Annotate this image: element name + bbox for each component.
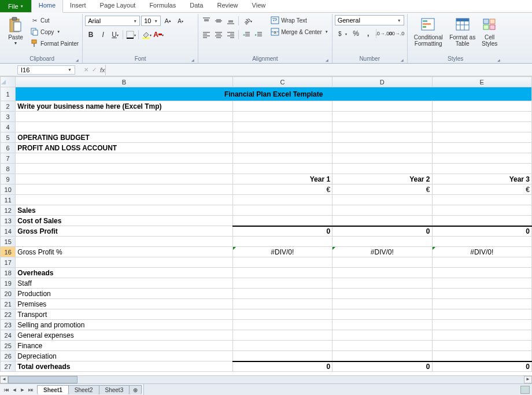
row-header-26[interactable]: 26	[1, 351, 16, 361]
cell-b6[interactable]: PROFIT AND LOSS ACCOUNT	[16, 143, 232, 153]
cell-b5[interactable]: OPERATING BUDGET	[16, 132, 232, 143]
align-center-button[interactable]	[213, 29, 224, 40]
cell-e2[interactable]	[432, 101, 531, 112]
tab-review[interactable]: Review	[210, 0, 245, 12]
new-sheet-button[interactable]: ⊕	[129, 385, 142, 394]
cell-c9[interactable]: Year 1	[232, 174, 332, 184]
file-tab[interactable]: File	[0, 0, 31, 12]
row-header-25[interactable]: 25	[1, 341, 16, 351]
cell-d2[interactable]	[332, 101, 432, 112]
cell-c17[interactable]	[232, 257, 332, 268]
cell-e24[interactable]	[432, 330, 531, 341]
fx-icon[interactable]: fx	[100, 67, 105, 73]
row-header-6[interactable]: 6	[1, 143, 16, 153]
cell-b12[interactable]: Sales	[16, 205, 232, 216]
cell-e16[interactable]: #DIV/0!	[432, 247, 531, 257]
select-all-button[interactable]	[1, 77, 16, 87]
align-left-button[interactable]	[201, 29, 212, 40]
col-header-e[interactable]: E	[432, 77, 531, 87]
cell-c2[interactable]	[232, 101, 332, 112]
cell-b22[interactable]: Transport	[16, 309, 232, 320]
row-header-2[interactable]: 2	[1, 101, 16, 112]
cell-e21[interactable]	[432, 299, 531, 309]
accounting-format-button[interactable]: $▾	[335, 28, 350, 39]
conditional-formatting-button[interactable]: Conditional Formatting	[410, 15, 447, 47]
cell-d3[interactable]	[332, 112, 432, 122]
font-size-select[interactable]: 10▼	[141, 16, 161, 26]
row-header-20[interactable]: 20	[1, 289, 16, 299]
merge-center-button[interactable]: a Merge & Center ▼	[269, 27, 330, 37]
col-header-b[interactable]: B	[16, 77, 232, 87]
col-header-d[interactable]: D	[332, 77, 432, 87]
sheet-next-button[interactable]: ►	[19, 387, 27, 393]
row-header-15[interactable]: 15	[1, 237, 16, 247]
cell-e17[interactable]	[432, 257, 531, 268]
copy-button[interactable]: Copy ▼	[29, 27, 80, 37]
row-header-8[interactable]: 8	[1, 164, 16, 174]
cell-d22[interactable]	[332, 309, 432, 320]
cell-c11[interactable]	[232, 195, 332, 205]
cell-d24[interactable]	[332, 330, 432, 341]
row-header-22[interactable]: 22	[1, 309, 16, 320]
sheet-first-button[interactable]: ⏮	[2, 387, 10, 393]
cell-d7[interactable]	[332, 153, 432, 164]
number-format-select[interactable]: General▼	[335, 15, 404, 25]
cell-c21[interactable]	[232, 299, 332, 309]
orientation-button[interactable]: ab▾	[241, 15, 256, 27]
row-header-11[interactable]: 11	[1, 195, 16, 205]
cell-c13[interactable]	[232, 216, 332, 226]
row-header-17[interactable]: 17	[1, 257, 16, 268]
cell-e8[interactable]	[432, 164, 531, 174]
enter-icon[interactable]: ✓	[92, 67, 97, 73]
cell-c14[interactable]: 0	[232, 226, 332, 237]
cell-d10[interactable]: €	[332, 184, 432, 195]
row-header-21[interactable]: 21	[1, 299, 16, 309]
cell-c25[interactable]	[232, 341, 332, 351]
cut-button[interactable]: ✂ Cut	[29, 15, 80, 25]
cell-e26[interactable]	[432, 351, 531, 361]
cell-b14[interactable]: Gross Profit	[16, 226, 232, 237]
row-header-18[interactable]: 18	[1, 268, 16, 278]
cell-b17[interactable]	[16, 257, 232, 268]
cell-e11[interactable]	[432, 195, 531, 205]
cell-c20[interactable]	[232, 289, 332, 299]
cell-d5[interactable]	[332, 132, 432, 143]
cell-e6[interactable]	[432, 143, 531, 153]
sheet-tab-1[interactable]: Sheet1	[37, 385, 69, 394]
decrease-indent-button[interactable]	[241, 29, 252, 40]
cell-d14[interactable]: 0	[332, 226, 432, 237]
cell-b10[interactable]	[16, 184, 232, 195]
tab-view[interactable]: View	[245, 0, 273, 12]
scroll-thumb[interactable]	[8, 376, 77, 383]
cell-e13[interactable]	[432, 216, 531, 226]
cell-e10[interactable]: €	[432, 184, 531, 195]
align-middle-button[interactable]	[213, 15, 224, 27]
format-as-table-button[interactable]: Format as Table	[449, 15, 476, 47]
cell-c26[interactable]	[232, 351, 332, 361]
fill-color-button[interactable]: ▾	[141, 29, 152, 40]
cell-d19[interactable]	[332, 278, 432, 289]
underline-button[interactable]: U▾	[109, 29, 121, 40]
sheet-tab-3[interactable]: Sheet3	[99, 385, 130, 394]
cell-b3[interactable]	[16, 112, 232, 122]
align-bottom-button[interactable]	[225, 15, 237, 27]
tab-formulas[interactable]: Formulas	[142, 0, 183, 12]
cell-d12[interactable]	[332, 205, 432, 216]
cell-d4[interactable]	[332, 122, 432, 132]
scroll-right-button[interactable]: ►	[524, 376, 532, 383]
row-header-24[interactable]: 24	[1, 330, 16, 341]
row-header-10[interactable]: 10	[1, 184, 16, 195]
cell-c16[interactable]: #DIV/0!	[232, 247, 332, 257]
row-header-12[interactable]: 12	[1, 205, 16, 216]
cell-b27[interactable]: Total overheads	[16, 361, 232, 372]
name-box[interactable]: I16 ▼	[17, 65, 75, 75]
cell-c6[interactable]	[232, 143, 332, 153]
cell-d8[interactable]	[332, 164, 432, 174]
cell-d27[interactable]: 0	[332, 361, 432, 372]
cell-c24[interactable]	[232, 330, 332, 341]
row-header-14[interactable]: 14	[1, 226, 16, 237]
tab-insert[interactable]: Insert	[63, 0, 93, 12]
cell-d20[interactable]	[332, 289, 432, 299]
cell-d6[interactable]	[332, 143, 432, 153]
cell-e12[interactable]	[432, 205, 531, 216]
